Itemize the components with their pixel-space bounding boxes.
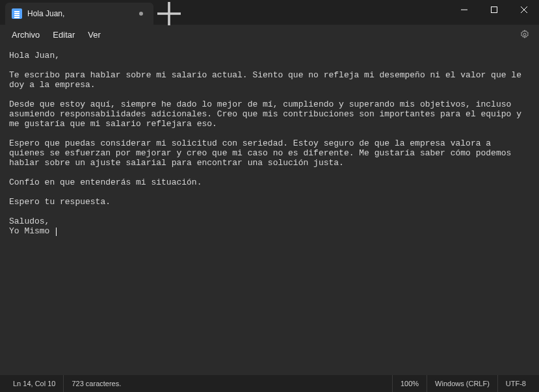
status-char-count: 723 caracteres. <box>63 375 129 392</box>
status-zoom[interactable]: 100% <box>392 375 427 392</box>
menu-file[interactable]: Archivo <box>5 27 46 42</box>
document-tab[interactable]: Hola Juan, <box>5 3 153 25</box>
plus-icon <box>157 2 181 25</box>
maximize-button[interactable] <box>479 0 509 20</box>
settings-button[interactable] <box>516 25 534 44</box>
text-editor[interactable]: Hola Juan, Te escribo para hablar sobre … <box>0 44 539 375</box>
new-tab-button[interactable] <box>157 3 181 25</box>
close-button[interactable] <box>509 0 539 20</box>
gear-icon <box>519 29 530 40</box>
document-text: Hola Juan, Te escribo para hablar sobre … <box>9 51 527 236</box>
window-controls <box>449 0 539 20</box>
status-encoding[interactable]: UTF-8 <box>497 375 534 392</box>
status-bar: Ln 14, Col 10 723 caracteres. 100% Windo… <box>0 375 539 392</box>
menu-bar: Archivo Editar Ver <box>0 25 539 44</box>
status-position[interactable]: Ln 14, Col 10 <box>5 375 63 392</box>
status-eol[interactable]: Windows (CRLF) <box>427 375 497 392</box>
maximize-icon <box>491 7 497 13</box>
unsaved-indicator-icon[interactable] <box>139 12 143 16</box>
close-icon <box>521 7 527 13</box>
notepad-icon <box>12 8 22 19</box>
title-bar: Hola Juan, <box>0 0 539 25</box>
minimize-icon <box>461 7 467 13</box>
text-cursor <box>56 228 57 236</box>
minimize-button[interactable] <box>449 0 479 20</box>
svg-rect-3 <box>492 7 497 13</box>
menu-edit[interactable]: Editar <box>46 27 81 42</box>
tab-title: Hola Juan, <box>27 9 64 18</box>
svg-point-6 <box>523 33 526 36</box>
menu-view[interactable]: Ver <box>81 27 107 42</box>
